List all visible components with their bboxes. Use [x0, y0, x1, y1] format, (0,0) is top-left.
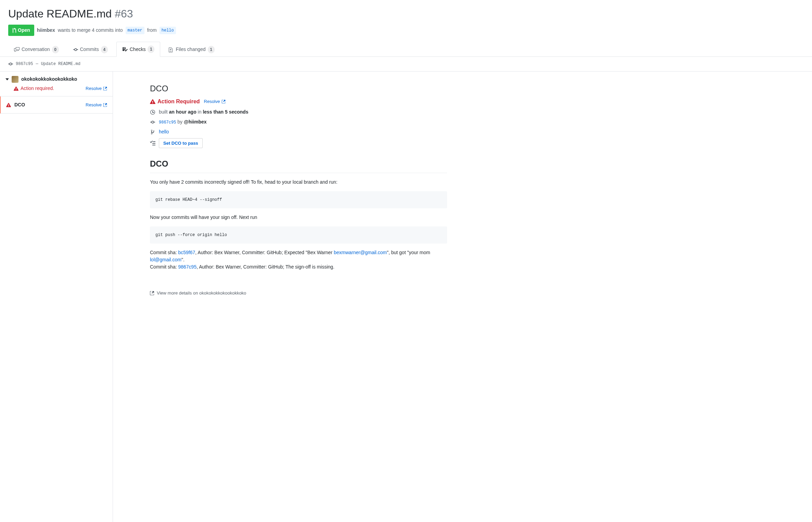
- base-branch[interactable]: master: [126, 27, 144, 34]
- external-link-icon: [103, 103, 107, 107]
- check-resolve-link[interactable]: Resolve: [204, 98, 226, 105]
- tab-commits[interactable]: Commits 4: [67, 42, 114, 57]
- commit-sha[interactable]: 9867c95: [16, 61, 33, 67]
- tab-checks-label: Checks: [130, 46, 146, 53]
- checks-layout: okokokokkokookokkoko Action required. Re…: [0, 71, 812, 522]
- alert-icon: [6, 103, 11, 107]
- built-prefix: built: [159, 109, 168, 115]
- checks-sidebar: okokokokkokookokkoko Action required. Re…: [0, 71, 113, 522]
- tab-files-count: 1: [208, 46, 215, 53]
- check-status-text: Action Required: [157, 97, 200, 106]
- tab-files-label: Files changed: [176, 46, 205, 53]
- app-avatar: [12, 76, 18, 83]
- check-detail-pane: DCO Action Required Resolve built an hou…: [113, 71, 455, 522]
- alert-icon: [14, 86, 18, 91]
- sidebar-app-resolve[interactable]: Resolve: [86, 85, 107, 92]
- commit-dash: —: [36, 61, 38, 67]
- body-text-1: You only have 2 commits incorrectly sign…: [150, 179, 447, 186]
- commit-ref-line: 9867c95 — Update README.md: [0, 57, 812, 71]
- code-block-1: git rebase HEAD~4 --signoff: [150, 191, 447, 208]
- chevron-down-icon: [5, 78, 9, 80]
- pr-title: Update README.md #63: [8, 5, 804, 22]
- external-link-icon: [221, 99, 226, 104]
- summary-branch: hello: [150, 128, 447, 135]
- author-link[interactable]: hiimbex: [37, 27, 55, 34]
- sidebar-check-dco[interactable]: DCO Resolve: [0, 96, 113, 114]
- code-block-2: git push --force origin hello: [150, 226, 447, 244]
- external-link-icon: [103, 86, 107, 91]
- sidebar-app: okokokokkokookokkoko Action required. Re…: [0, 71, 113, 96]
- resolve-label: Resolve: [86, 85, 102, 92]
- pr-number: #63: [115, 8, 133, 20]
- check-title: DCO: [150, 82, 447, 95]
- resolve-label: Resolve: [86, 102, 102, 108]
- detail-1-prefix: Commit sha:: [150, 250, 178, 255]
- detail-1-sha[interactable]: bc59f67: [178, 250, 195, 255]
- detail-2-sha[interactable]: 9867c95: [178, 264, 196, 270]
- commit-icon: [8, 61, 13, 67]
- checks-icon: [122, 47, 128, 52]
- meta-from: from: [147, 27, 157, 34]
- clock-icon: [150, 109, 155, 115]
- app-name: okokokokkokookokkoko: [21, 76, 77, 83]
- pr-meta: Open hiimbex wants to merge 4 commits in…: [8, 25, 804, 36]
- tasks-icon: [150, 141, 155, 146]
- body-text-2: Now your commits will have your sign off…: [150, 214, 447, 221]
- detail-1-email2[interactable]: lol@gmail.com: [150, 257, 181, 262]
- summary-built: built an hour ago in less than 5 seconds: [150, 108, 447, 116]
- sidebar-app-header[interactable]: okokokokkokookokkoko: [5, 76, 107, 83]
- commit-icon: [150, 119, 155, 125]
- pr-header: Update README.md #63 Open hiimbex wants …: [0, 0, 812, 36]
- sidebar-check-resolve[interactable]: Resolve: [86, 102, 107, 108]
- resolve-label: Resolve: [204, 98, 220, 105]
- tab-files-changed[interactable]: Files changed 1: [163, 42, 220, 57]
- tab-conversation-count: 0: [52, 46, 59, 53]
- detail-2-prefix: Commit sha:: [150, 264, 178, 270]
- tab-checks[interactable]: Checks 1: [116, 42, 161, 57]
- app-status-text: Action required.: [21, 85, 54, 92]
- conversation-icon: [14, 47, 20, 52]
- summary-commit: 9867c95 by @hiimbex: [150, 118, 447, 126]
- external-link-icon: [150, 290, 154, 296]
- state-text: Open: [18, 27, 30, 34]
- summary-author[interactable]: @hiimbex: [184, 119, 207, 125]
- built-time: an hour ago: [169, 109, 196, 115]
- view-more-text: View more details on okokokokkokookokkok…: [157, 290, 246, 297]
- set-dco-pass-button[interactable]: Set DCO to pass: [159, 138, 203, 148]
- check-status: Action Required: [150, 97, 200, 106]
- built-in: in: [198, 109, 202, 115]
- summary-actions: Set DCO to pass: [150, 138, 447, 148]
- commit-icon: [73, 47, 78, 52]
- branch-icon: [151, 129, 154, 135]
- tab-conversation-label: Conversation: [22, 46, 50, 53]
- view-more-link[interactable]: View more details on okokokokkokookokkok…: [150, 290, 246, 297]
- by: by: [177, 119, 182, 125]
- diff-icon: [169, 47, 174, 52]
- pull-request-icon: [12, 28, 16, 33]
- head-branch[interactable]: hello: [160, 27, 176, 34]
- tab-commits-label: Commits: [80, 46, 99, 53]
- pr-tabs: Conversation 0 Commits 4 Checks 1 Files …: [0, 41, 812, 57]
- tab-conversation[interactable]: Conversation 0: [8, 42, 65, 57]
- sidebar-app-status: Action required. Resolve: [14, 85, 107, 92]
- built-duration: less than 5 seconds: [203, 109, 248, 115]
- section-heading: DCO: [150, 158, 447, 173]
- commit-message: Update README.md: [41, 61, 80, 67]
- tab-checks-count: 1: [148, 45, 154, 53]
- pr-title-text: Update README.md: [8, 8, 112, 20]
- detail-1-email1[interactable]: bexmwarner@gmail.com: [334, 250, 387, 255]
- summary-commit-sha[interactable]: 9867c95: [159, 120, 176, 125]
- alert-icon: [150, 99, 155, 104]
- detail-1-mid: , Author: Bex Warner, Committer: GitHub;…: [195, 250, 334, 255]
- commit-details: Commit sha: bc59f67, Author: Bex Warner,…: [150, 249, 447, 271]
- tab-commits-count: 4: [101, 46, 108, 53]
- detail-1-end: ".: [181, 257, 185, 262]
- detail-2-end: , Author: Bex Warner, Committer: GitHub;…: [196, 264, 334, 270]
- state-badge-open: Open: [8, 25, 34, 36]
- summary-branch-link[interactable]: hello: [159, 128, 169, 135]
- check-name: DCO: [14, 101, 25, 108]
- meta-text: wants to merge 4 commits into: [58, 27, 123, 34]
- detail-1-mid2: ", but got "your mom: [387, 250, 430, 255]
